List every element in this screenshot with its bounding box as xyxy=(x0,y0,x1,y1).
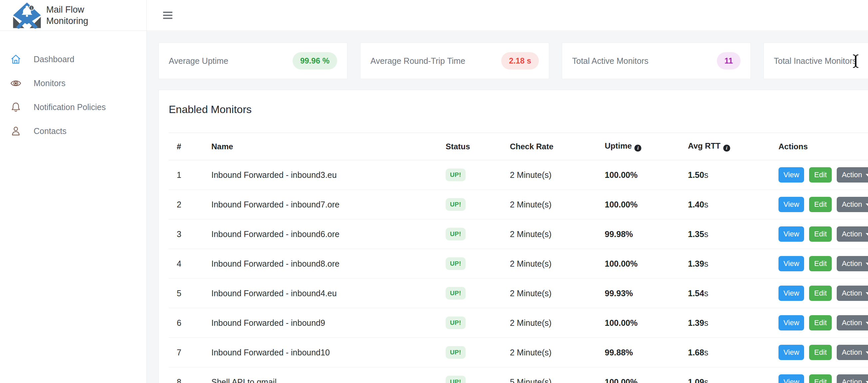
mail-flow-logo-icon: 1 xyxy=(12,2,42,29)
action-dropdown-button[interactable]: Action xyxy=(837,286,868,301)
action-dropdown-button[interactable]: Action xyxy=(837,167,868,182)
monitor-name: Inbound Forwarded - inbound10 xyxy=(204,338,438,368)
monitor-avg-rtt: 1.39s xyxy=(680,249,771,279)
stat-label: Average Uptime xyxy=(169,56,228,66)
monitor-index: 8 xyxy=(169,368,204,383)
stat-value-badge: 99.96 % xyxy=(292,52,337,69)
sidebar-item-dashboard[interactable]: Dashboard xyxy=(0,47,147,71)
action-dropdown-button[interactable]: Action xyxy=(837,374,868,383)
monitor-index: 6 xyxy=(169,308,204,338)
edit-button[interactable]: Edit xyxy=(809,286,832,301)
monitor-check-rate: 2 Minute(s) xyxy=(502,190,597,219)
sidebar-item-label: Notification Policies xyxy=(34,102,106,112)
monitor-index: 5 xyxy=(169,279,204,308)
monitor-name: Inbound Forwarded - inbound7.ore xyxy=(204,190,438,219)
edit-button[interactable]: Edit xyxy=(809,256,832,271)
status-badge: UP! xyxy=(446,376,466,383)
view-button[interactable]: View xyxy=(778,227,804,242)
monitor-index: 4 xyxy=(169,249,204,279)
monitor-uptime: 99.98% xyxy=(597,219,680,249)
monitor-avg-rtt: 1.09s xyxy=(680,368,771,383)
app-title: Mail Flow Monitoring xyxy=(46,4,88,27)
view-button[interactable]: View xyxy=(778,197,804,212)
monitor-name: Inbound Forwarded - inbound4.eu xyxy=(204,279,438,308)
hamburger-menu-icon[interactable] xyxy=(163,12,173,19)
column-header-actions: Actions xyxy=(771,133,868,160)
status-badge: UP! xyxy=(446,169,466,181)
info-icon[interactable]: i xyxy=(723,145,730,151)
sidebar-item-monitors[interactable]: Monitors xyxy=(0,71,147,95)
table-row: 7 Inbound Forwarded - inbound10 UP! 2 Mi… xyxy=(169,338,868,368)
sidebar-item-contacts[interactable]: Contacts xyxy=(0,119,147,143)
column-header-check-rate: Check Rate xyxy=(502,133,597,160)
sidebar-item-notification-policies[interactable]: Notification Policies xyxy=(0,95,147,119)
main-content: Average Uptime 99.96 % Average Round-Tri… xyxy=(147,31,868,383)
stat-value-badge: 2.18 s xyxy=(501,52,539,69)
row-actions: View Edit Action xyxy=(771,219,868,249)
stat-cards-row: Average Uptime 99.96 % Average Round-Tri… xyxy=(158,42,868,79)
table-row: 6 Inbound Forwarded - inbound9 UP! 2 Min… xyxy=(169,308,868,338)
table-row: 1 Inbound Forwarded - inbound3.eu UP! 2 … xyxy=(169,160,868,190)
home-icon xyxy=(10,54,22,65)
stat-card-total-inactive-monitors: Total Inactive Monitors xyxy=(764,42,868,79)
monitor-name: Shell API to gmail xyxy=(204,368,438,383)
row-actions: View Edit Action xyxy=(771,160,868,190)
view-button[interactable]: View xyxy=(778,374,804,383)
sidebar-item-label: Dashboard xyxy=(34,55,74,64)
monitor-avg-rtt: 1.40s xyxy=(680,190,771,219)
monitor-check-rate: 2 Minute(s) xyxy=(502,249,597,279)
table-row: 4 Inbound Forwarded - inbound8.ore UP! 2… xyxy=(169,249,868,279)
info-icon[interactable]: i xyxy=(634,145,641,151)
row-actions: View Edit Action xyxy=(771,279,868,308)
monitor-name: Inbound Forwarded - inbound9 xyxy=(204,308,438,338)
monitor-uptime: 100.00% xyxy=(597,160,680,190)
edit-button[interactable]: Edit xyxy=(809,197,832,212)
monitor-check-rate: 2 Minute(s) xyxy=(502,279,597,308)
sidebar-header: 1 Mail Flow Monitoring xyxy=(0,0,147,31)
monitor-check-rate: 2 Minute(s) xyxy=(502,219,597,249)
monitor-uptime: 100.00% xyxy=(597,368,680,383)
caret-down-icon xyxy=(866,174,868,177)
edit-button[interactable]: Edit xyxy=(809,227,832,242)
column-header-name: Name xyxy=(204,133,438,160)
stat-card-total-active-monitors: Total Active Monitors 11 xyxy=(562,42,751,79)
row-actions: View Edit Action xyxy=(771,249,868,279)
edit-button[interactable]: Edit xyxy=(809,315,832,330)
monitor-index: 2 xyxy=(169,190,204,219)
stat-label: Total Inactive Monitors xyxy=(774,56,857,66)
bell-icon xyxy=(10,101,22,113)
status-badge: UP! xyxy=(446,287,466,300)
action-dropdown-button[interactable]: Action xyxy=(837,227,868,242)
action-dropdown-button[interactable]: Action xyxy=(837,345,868,360)
view-button[interactable]: View xyxy=(778,286,804,301)
sidebar-item-label: Monitors xyxy=(34,78,66,88)
view-button[interactable]: View xyxy=(778,167,804,182)
row-actions: View Edit Action xyxy=(771,308,868,338)
view-button[interactable]: View xyxy=(778,345,804,360)
status-badge: UP! xyxy=(446,228,466,240)
edit-button[interactable]: Edit xyxy=(809,374,832,383)
monitor-uptime: 100.00% xyxy=(597,249,680,279)
monitor-uptime: 99.93% xyxy=(597,279,680,308)
monitor-avg-rtt: 1.35s xyxy=(680,219,771,249)
table-row: 8 Shell API to gmail UP! 5 Minute(s) 100… xyxy=(169,368,868,383)
view-button[interactable]: View xyxy=(778,315,804,330)
caret-down-icon xyxy=(866,351,868,354)
view-button[interactable]: View xyxy=(778,256,804,271)
table-row: 3 Inbound Forwarded - inbound6.ore UP! 2… xyxy=(169,219,868,249)
row-actions: View Edit Action xyxy=(771,368,868,383)
sidebar: 1 Mail Flow Monitoring Dashboard Monitor… xyxy=(0,0,147,383)
caret-down-icon xyxy=(866,263,868,265)
edit-button[interactable]: Edit xyxy=(809,167,832,182)
table-row: 2 Inbound Forwarded - inbound7.ore UP! 2… xyxy=(169,190,868,219)
status-badge: UP! xyxy=(446,198,466,211)
edit-button[interactable]: Edit xyxy=(809,345,832,360)
action-dropdown-button[interactable]: Action xyxy=(837,197,868,212)
monitor-avg-rtt: 1.39s xyxy=(680,308,771,338)
action-dropdown-button[interactable]: Action xyxy=(837,256,868,271)
monitor-uptime: 100.00% xyxy=(597,308,680,338)
action-dropdown-button[interactable]: Action xyxy=(837,315,868,330)
monitor-check-rate: 2 Minute(s) xyxy=(502,160,597,190)
caret-down-icon xyxy=(866,233,868,236)
enabled-monitors-panel: Enabled Monitors # Name Status Check Rat… xyxy=(158,90,868,383)
